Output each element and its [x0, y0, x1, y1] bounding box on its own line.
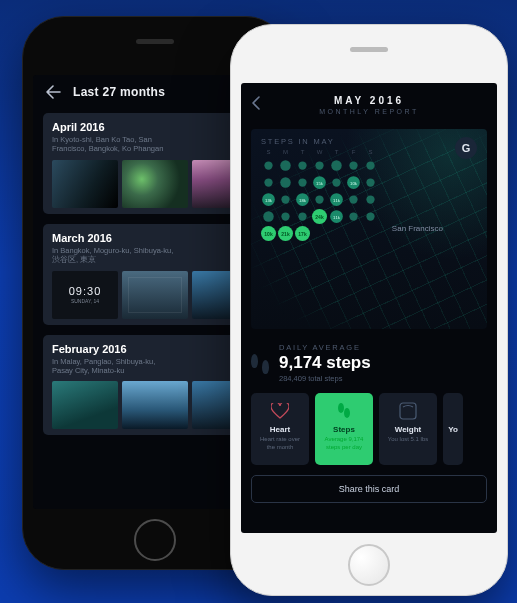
photo-thumbnail[interactable] — [52, 381, 118, 429]
day-bubble[interactable] — [263, 211, 274, 222]
day-bubble[interactable] — [366, 161, 374, 169]
avatar-initial: G — [462, 142, 471, 154]
scale-icon — [383, 401, 433, 421]
steps-section-label: STEPS IN MAY — [261, 137, 477, 146]
dow-label: T — [295, 149, 310, 155]
photo-thumbnail[interactable] — [122, 271, 188, 319]
month-subtitle: In Malay, Panglao, Shibuya-ku, Pasay Cit… — [52, 357, 258, 376]
steps-map-panel[interactable]: G STEPS IN MAY S M T W T F S — [251, 129, 487, 329]
day-bubble[interactable] — [315, 161, 323, 169]
daily-average-label: DAILY AVERAGE — [279, 343, 371, 352]
day-bubble[interactable] — [280, 177, 291, 188]
day-bubble-empty — [363, 226, 378, 241]
tile-steps[interactable]: Steps Average 9,174 steps per day — [315, 393, 373, 465]
share-card-label: Share this card — [339, 484, 400, 494]
report-screen: MAY 2016 MONTHLY REPORT G STEPS IN MAY S… — [241, 83, 497, 533]
month-subtitle: In Bangkok, Moguro-ku, Shibuya-ku, 渋谷区, … — [52, 246, 258, 265]
svg-point-0 — [338, 403, 344, 413]
generic-icon — [447, 401, 459, 421]
day-bubble[interactable] — [264, 178, 272, 186]
tile-title: Steps — [319, 425, 369, 434]
tile-heart[interactable]: Heart Heart rate over the month — [251, 393, 309, 465]
tile-title: Weight — [383, 425, 433, 434]
day-bubble[interactable] — [332, 178, 340, 186]
photo-thumbnail[interactable] — [122, 160, 188, 208]
avatar[interactable]: G — [455, 137, 477, 159]
dow-label: F — [346, 149, 361, 155]
tile-subtitle: Heart rate over the month — [255, 436, 305, 451]
dow-label: S — [363, 149, 378, 155]
day-bubble[interactable] — [366, 212, 374, 220]
month-thumbnails — [52, 381, 258, 429]
day-bubble[interactable]: 24k — [312, 209, 327, 224]
tile-title: Yo — [447, 425, 459, 434]
day-bubble[interactable]: 10k — [347, 176, 360, 189]
back-arrow-icon[interactable] — [45, 85, 61, 99]
day-bubble[interactable] — [366, 178, 374, 186]
dow-label: T — [329, 149, 344, 155]
photo-thumbnail[interactable] — [122, 381, 188, 429]
day-bubble[interactable]: 18k — [296, 193, 309, 206]
month-thumbnails: 09:30 SUNDAY, 14 — [52, 271, 258, 319]
day-bubble[interactable] — [298, 212, 306, 220]
metric-tiles[interactable]: Heart Heart rate over the month Steps Av… — [241, 393, 497, 465]
day-bubble[interactable]: 15k — [313, 176, 326, 189]
home-button[interactable] — [134, 519, 176, 561]
day-bubble[interactable] — [366, 195, 374, 203]
tile-weight[interactable]: Weight You lost 5.1 lbs — [379, 393, 437, 465]
day-bubble[interactable] — [315, 195, 323, 203]
day-bubble[interactable] — [349, 161, 357, 169]
device-white-iphone: MAY 2016 MONTHLY REPORT G STEPS IN MAY S… — [230, 24, 508, 596]
bezel-top — [231, 47, 507, 52]
day-bubble[interactable] — [331, 160, 342, 171]
day-bubble[interactable]: 11k — [330, 193, 343, 206]
heart-icon — [255, 401, 305, 421]
report-subtitle: MONTHLY REPORT — [251, 108, 487, 115]
day-bubble[interactable] — [281, 195, 289, 203]
day-bubble[interactable] — [280, 160, 291, 171]
month-thumbnails — [52, 160, 258, 208]
tile-subtitle: You lost 5.1 lbs — [383, 436, 433, 444]
clock-time: 09:30 — [52, 285, 118, 297]
day-bubble-empty — [346, 226, 361, 241]
dow-label: M — [278, 149, 293, 155]
day-bubble[interactable]: 21k — [278, 226, 293, 241]
footprints-icon — [319, 401, 369, 421]
report-header: MAY 2016 MONTHLY REPORT — [241, 83, 497, 121]
day-bubble[interactable]: 17k — [295, 226, 310, 241]
dow-row: S M T W T F S — [261, 149, 477, 155]
photo-thumbnail[interactable] — [52, 160, 118, 208]
day-bubble[interactable] — [349, 212, 357, 220]
dow-label: W — [312, 149, 327, 155]
months-header-title: Last 27 months — [73, 85, 165, 99]
share-card-button[interactable]: Share this card — [251, 475, 487, 503]
clock-day: SUNDAY, 14 — [52, 298, 118, 304]
month-title: March 2016 — [52, 232, 258, 244]
svg-point-1 — [344, 408, 350, 418]
day-bubble[interactable]: 13k — [262, 193, 275, 206]
daily-average-subtitle: 284,409 total steps — [279, 374, 371, 383]
lockscreen-thumbnail[interactable]: 09:30 SUNDAY, 14 — [52, 271, 118, 319]
speaker — [350, 47, 388, 52]
day-bubble[interactable]: 10k — [261, 226, 276, 241]
tile-title: Heart — [255, 425, 305, 434]
calendar-bubbles: 15k 10k 13k 18k 11k — [261, 158, 477, 241]
month-subtitle: In Kyoto-shi, Ban Ko Tao, San Francisco,… — [52, 135, 258, 154]
day-bubble[interactable]: 11k — [330, 210, 343, 223]
tile-more[interactable]: Yo — [443, 393, 463, 465]
daily-average-block: DAILY AVERAGE 9,174 steps 284,409 total … — [251, 343, 487, 383]
day-bubble[interactable] — [298, 178, 306, 186]
speaker — [136, 39, 174, 44]
footprints-icon — [251, 350, 269, 376]
daily-average-value: 9,174 steps — [279, 353, 371, 373]
day-bubble[interactable] — [349, 195, 357, 203]
day-bubble[interactable] — [298, 161, 306, 169]
day-bubble-empty — [312, 226, 327, 241]
day-bubble[interactable] — [281, 212, 289, 220]
month-title: April 2016 — [52, 121, 258, 133]
day-bubble-empty — [329, 226, 344, 241]
bezel-bottom — [231, 544, 507, 586]
home-button[interactable] — [348, 544, 390, 586]
day-bubble[interactable] — [264, 161, 272, 169]
back-chevron-icon[interactable] — [251, 96, 261, 112]
